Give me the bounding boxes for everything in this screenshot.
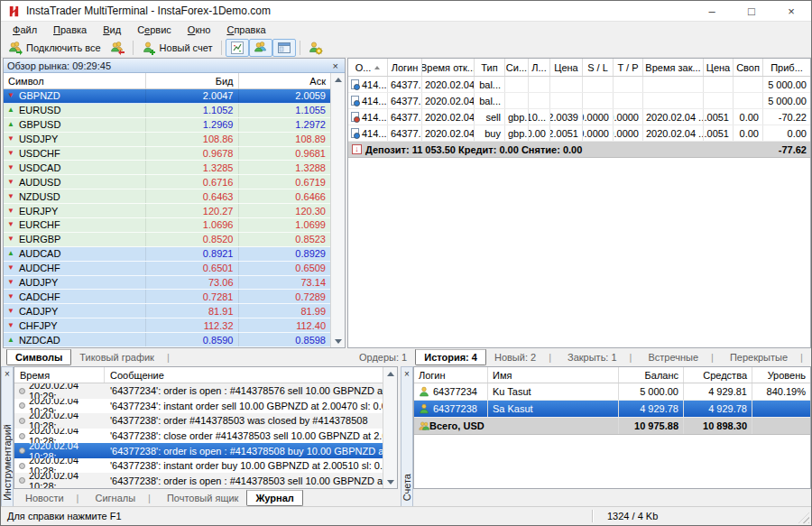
market-watch-close-icon[interactable]: ×: [330, 60, 341, 71]
market-row[interactable]: EURJPY 120.27 120.30: [4, 204, 330, 218]
market-row[interactable]: EURCHF 1.0696 1.0699: [4, 218, 330, 233]
deposit-summary-row[interactable]: ↓ Депозит: 11 053.50 Кредит: 0.00 Снятие…: [348, 142, 810, 158]
scroll-up-icon[interactable]: [383, 367, 397, 380]
column-header-sl[interactable]: S / L: [583, 59, 614, 76]
column-header-symbol[interactable]: Си...: [505, 59, 529, 76]
market-row[interactable]: USDJPY 108.86 108.89: [4, 133, 330, 147]
journal-scrollbar[interactable]: [383, 367, 397, 488]
trend-icon: [7, 250, 14, 257]
tick-chart-toggle-button[interactable]: [226, 39, 249, 57]
menu-item[interactable]: Вид: [95, 23, 129, 36]
tab[interactable]: Тиковый график: [71, 350, 178, 365]
column-header-close-price[interactable]: Цена: [704, 59, 734, 76]
column-header-login[interactable]: Логин: [414, 367, 488, 383]
market-row[interactable]: GBPUSD 1.2969 1.2972: [4, 118, 330, 133]
market-row[interactable]: NZDCAD 0.8590 0.8598: [4, 333, 330, 347]
market-row[interactable]: EURGBP 0.8520 0.8523: [4, 233, 330, 247]
accounts-total-row[interactable]: Всего, USD 10 975.88 10 898.30: [414, 418, 810, 435]
market-row[interactable]: AUDUSD 0.6716 0.6719: [4, 175, 330, 189]
menu-item[interactable]: Окно: [180, 23, 219, 36]
journal-row[interactable]: 2020.02.04 10:28:... '64377238': close o…: [14, 429, 383, 444]
tab[interactable]: Ордеры: 1: [351, 350, 415, 365]
history-row[interactable]: 414... 64377... 2020.02.04 ... sell gbp.…: [348, 109, 810, 125]
market-row[interactable]: CHFJPY 112.32 112.40: [4, 318, 330, 333]
scroll-down-icon[interactable]: [331, 335, 345, 347]
column-header-price[interactable]: Цена: [550, 59, 583, 76]
scroll-up-icon[interactable]: [331, 73, 345, 86]
column-header-time[interactable]: Время: [14, 367, 105, 383]
maximize-icon[interactable]: □: [732, 1, 771, 21]
tab[interactable]: Новый: 2: [486, 350, 559, 365]
market-row[interactable]: AUDCHF 0.6501 0.6509: [4, 262, 330, 276]
column-header-open-time[interactable]: Время отк...: [422, 59, 475, 76]
journal-row[interactable]: 2020.02.04 10:29:... '64377234': instant…: [14, 399, 383, 414]
market-row[interactable]: CADJPY 81.91 81.99: [4, 304, 330, 318]
journal-row[interactable]: 2020.02.04 10:28:... '64377238': order i…: [14, 473, 383, 488]
market-row[interactable]: EURUSD 1.1052 1.1055: [4, 104, 330, 118]
resize-grip[interactable]: [798, 512, 809, 523]
column-header-swap[interactable]: Своп: [734, 59, 763, 76]
menu-item[interactable]: Справка: [218, 23, 273, 36]
history-row[interactable]: 414... 64377... 2020.02.04 ... bal... 5 …: [348, 77, 810, 93]
column-header-message[interactable]: Сообщение: [105, 367, 383, 383]
toolbox-toggle-button[interactable]: [272, 39, 296, 57]
journal-row[interactable]: 2020.02.04 10:28:... '64377238': instant…: [14, 458, 383, 474]
tab[interactable]: Закрыть: 1: [559, 350, 640, 365]
connect-all-button[interactable]: Подключить все: [4, 39, 106, 57]
market-watch-scrollbar[interactable]: [330, 73, 345, 347]
toolbox-close-icon[interactable]: ×: [5, 369, 10, 379]
column-header-bid[interactable]: Бид: [146, 73, 239, 88]
new-account-button[interactable]: Новый счет: [137, 39, 217, 57]
column-header-order[interactable]: О...: [348, 59, 388, 76]
order-type: bal...: [475, 77, 505, 92]
column-header-equity[interactable]: Средства: [684, 367, 752, 383]
scroll-down-icon[interactable]: [383, 475, 397, 488]
tab[interactable]: Почтовый ящик: [159, 491, 246, 505]
market-row[interactable]: USDCHF 0.9678 0.9681: [4, 147, 330, 161]
market-row[interactable]: AUDCAD 0.8921 0.8929: [4, 247, 330, 262]
tab[interactable]: Перекрытые: [722, 350, 811, 365]
accounts-side-label[interactable]: Счета: [401, 474, 412, 501]
menu-item[interactable]: Файл: [5, 23, 45, 36]
column-header-balance[interactable]: Баланс: [619, 367, 684, 383]
bid-value: 1.3285: [146, 161, 239, 174]
menu-item[interactable]: Сервис: [129, 23, 180, 36]
accounts-close-icon[interactable]: ×: [404, 369, 410, 379]
trend-icon: [7, 150, 14, 157]
market-row[interactable]: NZDUSD 0.6463 0.6466: [4, 189, 330, 204]
journal-row[interactable]: 2020.02.04 10:28:... '64377238': order i…: [14, 443, 383, 458]
settings-button[interactable]: [304, 39, 328, 57]
tab[interactable]: История: 4: [415, 349, 486, 365]
column-header-close-time[interactable]: Время зак...: [643, 59, 704, 76]
account-row[interactable]: 64377238 Sa Kasut 4 929.78 4 929.78: [414, 401, 810, 418]
column-header-tp[interactable]: T / P: [614, 59, 643, 76]
disconnect-all-button[interactable]: [106, 39, 129, 57]
market-row[interactable]: GBPNZD 2.0047 2.0059: [4, 89, 330, 104]
journal-row[interactable]: 2020.02.04 10:28:... '64377238': order #…: [14, 413, 383, 429]
column-header-symbol[interactable]: Символ: [4, 73, 146, 88]
tab[interactable]: Встречные: [640, 350, 721, 365]
column-header-type[interactable]: Тип: [475, 59, 505, 76]
column-header-ask[interactable]: Аск: [239, 73, 331, 88]
history-row[interactable]: 414... 64377... 2020.02.04 ... buy gbp..…: [348, 125, 810, 142]
column-header-profit[interactable]: Приб...: [763, 59, 810, 76]
column-header-name[interactable]: Имя: [488, 367, 619, 383]
history-row[interactable]: 414... 64377... 2020.02.04 ... bal... 5 …: [348, 93, 810, 109]
accounts-toggle-button[interactable]: [249, 39, 272, 57]
menu-item[interactable]: Правка: [45, 23, 95, 36]
column-header-login[interactable]: Логин: [388, 59, 422, 76]
account-row[interactable]: 64377234 Ku Tasut 5 000.00 4 929.81 840.…: [414, 383, 810, 401]
tab[interactable]: Сигналы: [87, 491, 158, 505]
market-row[interactable]: USDCAD 1.3285 1.3288: [4, 161, 330, 175]
market-row[interactable]: CADCHF 0.7281 0.7289: [4, 290, 330, 304]
tab[interactable]: Журнал: [246, 490, 302, 506]
tab[interactable]: Новости: [17, 491, 87, 505]
column-header-level[interactable]: Уровень: [752, 367, 810, 383]
close-icon[interactable]: ×: [771, 1, 811, 21]
market-row[interactable]: AUDJPY 73.06 73.14: [4, 276, 330, 291]
toolbox-side-label[interactable]: Инструментарий: [2, 424, 13, 501]
column-header-lots[interactable]: Л...: [529, 59, 550, 76]
journal-row[interactable]: 2020.02.04 10:29:... '64377234': order i…: [14, 383, 383, 399]
tab[interactable]: Символы: [6, 349, 71, 365]
minimize-icon[interactable]: –: [692, 1, 732, 21]
